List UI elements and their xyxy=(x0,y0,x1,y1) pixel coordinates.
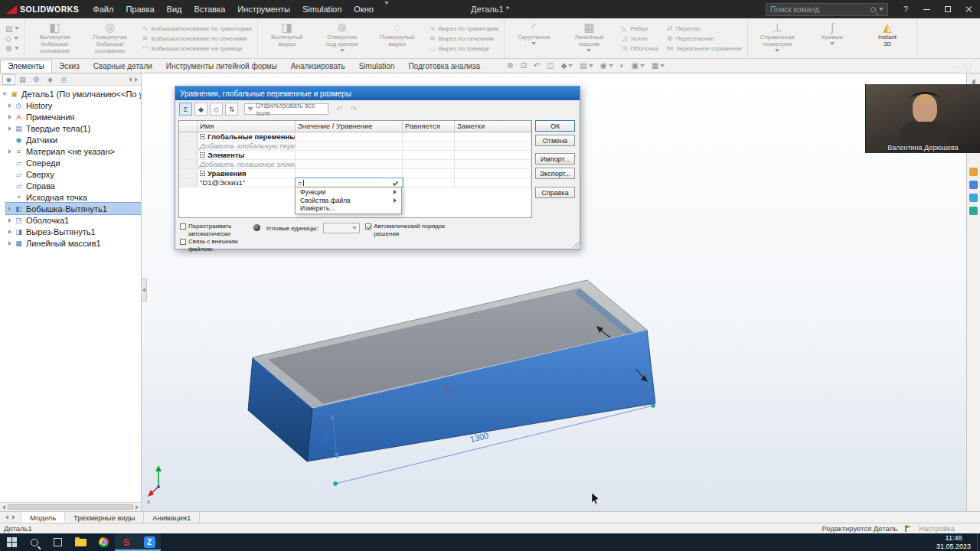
tab-scroll-right-icon[interactable] xyxy=(12,515,15,520)
panel-collapse-handle[interactable] xyxy=(142,279,147,302)
table-row-add-feature[interactable]: Добавить погашение элемента xyxy=(179,160,531,169)
scenes-icon[interactable] xyxy=(969,181,978,189)
instant3d-button[interactable]: ◭Instant 3D xyxy=(860,19,915,57)
tree-item-cut-extrude1[interactable]: ◨ Вырез-Вытянуть1 xyxy=(6,226,141,237)
rebuild-status-icon[interactable] xyxy=(253,224,260,231)
table-row-features[interactable]: Элементы xyxy=(179,151,531,160)
featuremanager-tree-tab[interactable]: ◉ xyxy=(2,74,15,85)
minimize-button[interactable] xyxy=(916,0,937,18)
tab-3d-views[interactable]: Трехмерные виды xyxy=(65,512,144,523)
column-name[interactable]: Имя xyxy=(198,121,296,132)
zoom-area-icon[interactable]: ⊡ xyxy=(520,61,526,70)
dimxpertmanager-tab[interactable]: ◈ xyxy=(44,74,57,85)
menu-item[interactable]: Окно xyxy=(348,5,380,14)
lofted-boss-button[interactable]: ≋Бобышка/основание по сечениям xyxy=(141,34,251,42)
intersect-button[interactable]: ⊗Пересечение xyxy=(666,34,742,42)
cancel-button[interactable]: Отмена xyxy=(535,135,575,146)
swept-cut-button[interactable]: ∿Вырез по траектории xyxy=(429,24,499,32)
menu-item[interactable]: Файл xyxy=(87,5,119,14)
solidworks-taskbar-icon[interactable]: S xyxy=(115,533,138,551)
tree-item-linear-pattern1[interactable]: ▦ Линейный массив1 xyxy=(6,237,141,249)
reference-geometry-button[interactable]: ⊥Справочная геометрия xyxy=(750,19,805,57)
pin-menu-icon[interactable] xyxy=(380,5,394,14)
revolved-cut-button[interactable]: ◌Повернутый вырез xyxy=(370,19,425,57)
tab-analysis-prep[interactable]: Подготовка анализа xyxy=(401,60,487,73)
extruded-boss-button[interactable]: ◧Вытянутая бобышка/основание xyxy=(27,19,82,57)
tab-model[interactable]: Модель xyxy=(21,512,65,523)
panel-horizontal-scrollbar[interactable] xyxy=(0,502,141,511)
maximize-button[interactable] xyxy=(937,0,959,18)
model-view-icon[interactable]: ▤ xyxy=(5,24,19,33)
extruded-cut-button[interactable]: ◨Вытянутый вырез xyxy=(260,19,315,57)
command-search-input[interactable]: Поиск команд xyxy=(766,3,888,16)
taskbar-clock[interactable]: 11:48 31.05.2023 xyxy=(930,533,977,551)
export-button[interactable]: Экспорт... xyxy=(535,168,575,179)
shell-button[interactable]: ◳Оболочка xyxy=(620,44,658,52)
revolved-boss-button[interactable]: ◎Повернутая бобышка/основание xyxy=(82,19,137,57)
tree-item-sensors[interactable]: ◉ Датчики xyxy=(6,134,141,145)
lights-icon[interactable] xyxy=(969,207,978,215)
expand-icon[interactable] xyxy=(8,207,11,211)
auto-order-checkbox[interactable]: Автоматический порядок решения xyxy=(365,223,447,237)
equation-value-input[interactable]: = xyxy=(296,178,403,187)
import-button[interactable]: Импорт... xyxy=(535,153,575,165)
decals-icon[interactable] xyxy=(969,194,978,202)
close-button[interactable] xyxy=(959,0,980,18)
menu-measure[interactable]: Измерить... xyxy=(296,204,401,213)
expand-icon[interactable] xyxy=(8,103,11,108)
expand-icon[interactable] xyxy=(8,241,11,246)
sketch-equation-view-button[interactable]: ◆ xyxy=(194,103,207,116)
tree-item-right-plane[interactable]: ▱ Справа xyxy=(6,180,141,191)
tab-scroll-left-icon[interactable] xyxy=(5,515,8,520)
tree-item-shell1[interactable]: ◳ Оболочка1 xyxy=(6,214,141,226)
scrollbar-thumb[interactable] xyxy=(8,504,133,510)
status-customize[interactable]: Настройка xyxy=(919,524,955,533)
tree-item-boss-extrude1[interactable]: ◧ Бобышка-Вытянуть1 xyxy=(6,203,141,214)
view-orientation-icon[interactable]: ◆ xyxy=(561,61,573,70)
tab-weldments[interactable]: Сварные детали xyxy=(87,60,159,73)
doc-restore-icon[interactable] xyxy=(965,64,971,70)
menu-functions[interactable]: Функции xyxy=(296,188,401,197)
help-icon[interactable]: ? xyxy=(896,5,916,14)
hole-wizard-button[interactable]: ⊚Отверстие под крепеж xyxy=(315,19,370,57)
menu-file-properties[interactable]: Свойства файла xyxy=(296,197,401,205)
boundary-cut-button[interactable]: ◡Вырез по границе xyxy=(429,44,499,52)
rebuild-checkbox[interactable]: Перестраивать автоматически xyxy=(180,223,248,237)
resize-grip[interactable] xyxy=(571,240,579,248)
collapse-icon[interactable] xyxy=(200,152,205,158)
menu-item[interactable]: Вид xyxy=(161,5,188,14)
tab-simulation[interactable]: Simulation xyxy=(352,60,402,73)
rib-button[interactable]: ◺Ребро xyxy=(620,24,658,32)
tab-features[interactable]: Элементы xyxy=(0,60,52,73)
scroll-left-icon[interactable] xyxy=(2,505,5,510)
fillet-button[interactable]: ◜Скругление xyxy=(506,19,561,57)
graphics-area[interactable]: 1300 200 xyxy=(142,73,966,511)
ordered-view-button[interactable]: ⇅ xyxy=(225,103,238,116)
menu-item[interactable]: Вставка xyxy=(188,5,231,14)
equation-view-button[interactable]: Σ xyxy=(179,103,192,116)
wrap-button[interactable]: ⇄Перенос xyxy=(666,24,742,32)
tree-item-origin[interactable]: ⌖ Исходная точка xyxy=(6,191,141,203)
menu-item[interactable]: Simulation xyxy=(296,5,348,14)
mirror-button[interactable]: ⋈Зеркальное отражение xyxy=(666,44,742,52)
tab-sketch[interactable]: Эскиз xyxy=(52,60,87,73)
section-view-icon[interactable]: ◫ xyxy=(547,61,554,70)
tree-item-history[interactable]: ◷ History xyxy=(6,99,141,111)
displaymanager-tab[interactable]: ◎ xyxy=(57,74,70,85)
propertymanager-tab[interactable]: ▤ xyxy=(16,74,29,85)
table-row-globals[interactable]: Глобальные переменные xyxy=(179,132,531,142)
menu-item[interactable]: Инструменты xyxy=(231,5,296,14)
search-caret-icon[interactable] xyxy=(879,8,884,11)
tab-mold-tools[interactable]: Инструменты литейной формы xyxy=(159,60,284,73)
swept-boss-button[interactable]: ∿Бобышка/основание по траектории xyxy=(141,24,251,32)
zoom-fit-icon[interactable]: ⊕ xyxy=(507,61,513,70)
edit-appearance-icon[interactable]: ◐ xyxy=(620,61,625,70)
dimension-view-button[interactable]: ◇ xyxy=(210,103,223,116)
curves-button[interactable]: ∫Кривые xyxy=(805,19,860,57)
expand-icon[interactable] xyxy=(8,149,11,154)
expand-icon[interactable] xyxy=(8,115,11,119)
appearances-icon[interactable] xyxy=(969,168,978,176)
display-style-icon[interactable]: ▤ xyxy=(580,61,593,70)
equations-dialog[interactable]: Уравнения, глобальные переменные и разме… xyxy=(175,86,580,249)
expand-icon[interactable] xyxy=(8,126,11,131)
